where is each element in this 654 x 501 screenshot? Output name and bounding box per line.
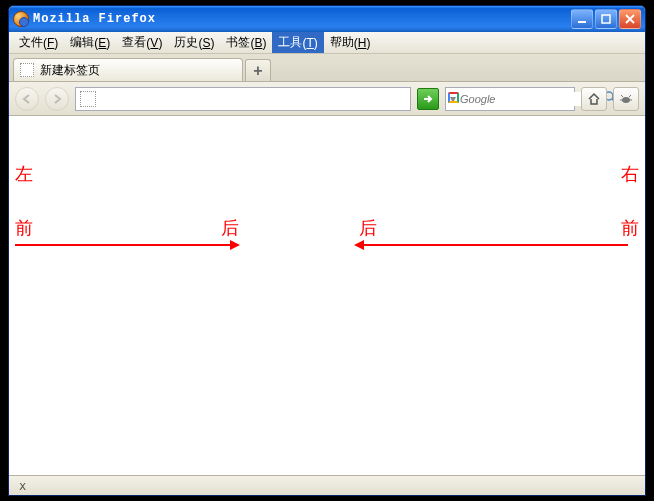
forward-arrow-icon [51,93,63,105]
status-close-button[interactable]: x [15,479,30,493]
label-right: 右 [621,162,639,186]
label-back-l: 后 [221,216,239,240]
label-back-r: 后 [359,216,377,240]
navigation-toolbar: ▾ [9,82,645,116]
title-bar[interactable]: Mozilla Firefox [9,6,645,32]
site-favicon [80,91,96,107]
menu-bookmarks[interactable]: 书签(B) [220,32,272,53]
go-button[interactable] [417,88,439,110]
menu-history[interactable]: 历史(S) [168,32,220,53]
new-tab-button[interactable]: + [245,59,271,81]
search-input[interactable] [458,92,601,106]
menu-file[interactable]: 文件(F) [13,32,64,53]
close-button[interactable] [619,9,641,29]
minimize-icon [577,14,587,24]
menu-help[interactable]: 帮助(H) [324,32,377,53]
tab-new[interactable]: 新建标签页 [13,58,243,81]
search-box[interactable]: ▾ [445,87,575,111]
app-window: Mozilla Firefox 文件(F) 编辑(E) 查看(V) 历史(S) … [8,5,646,496]
minimize-button[interactable] [571,9,593,29]
arrow-right-head-icon [354,240,364,250]
go-arrow-icon [422,93,434,105]
bug-icon [619,92,633,106]
menu-edit[interactable]: 编辑(E) [64,32,116,53]
maximize-icon [601,14,611,24]
home-icon [587,92,601,106]
svg-point-3 [622,97,630,103]
url-input[interactable] [100,91,406,107]
svg-rect-1 [602,15,610,23]
status-bar: x [9,475,645,495]
tab-label: 新建标签页 [40,62,100,79]
menu-view[interactable]: 查看(V) [116,32,168,53]
label-left: 左 [15,162,33,186]
tab-strip: 新建标签页 + [9,54,645,82]
plus-icon: + [253,62,262,80]
home-button[interactable] [581,87,607,111]
menu-bar: 文件(F) 编辑(E) 查看(V) 历史(S) 书签(B) 工具(T) 帮助(H… [9,32,645,54]
addon-button[interactable] [613,87,639,111]
url-bar[interactable] [75,87,411,111]
blank-page-icon [20,63,34,77]
label-front-l: 前 [15,216,33,240]
arrow-right-line [364,244,628,246]
forward-button[interactable] [45,87,69,111]
firefox-app-icon [13,11,29,27]
back-arrow-icon [21,93,33,105]
page-content: 左 右 前 后 后 前 [9,116,645,475]
window-title: Mozilla Firefox [33,12,156,26]
close-icon [625,14,635,24]
arrow-left-line [15,244,230,246]
arrow-left-head-icon [230,240,240,250]
back-button[interactable] [15,87,39,111]
menu-tools[interactable]: 工具(T) [272,32,323,53]
svg-rect-0 [578,21,586,23]
label-front-r: 前 [621,216,639,240]
maximize-button[interactable] [595,9,617,29]
